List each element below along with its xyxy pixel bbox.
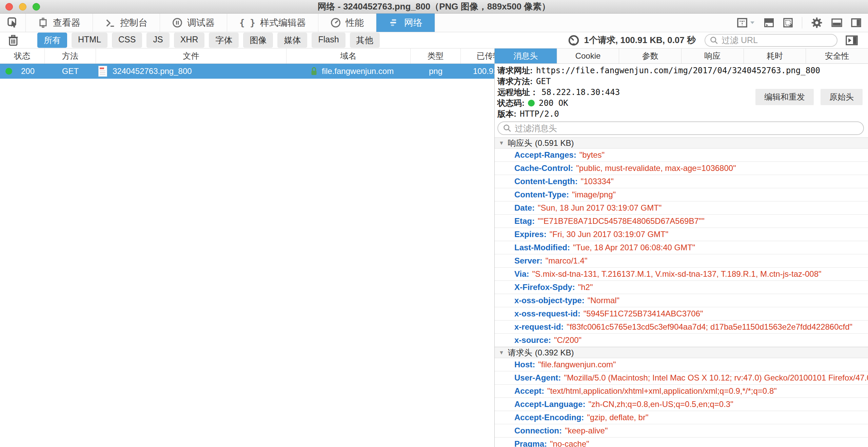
filter-pill[interactable]: 所有 [37,33,67,48]
header-value: "no-cache" [550,439,589,447]
clear-requests-button[interactable] [5,35,21,46]
header-row: Connection "keep-alive" [495,424,868,438]
panel-tab[interactable]: 安全性 [806,48,868,63]
header-value: "keep-alive" [565,426,608,435]
header-value: "bytes" [579,150,605,160]
header-value: "h2" [578,283,593,292]
zoom-button[interactable] [33,3,40,11]
file-thumbnail [98,66,107,77]
filter-pill[interactable]: HTML [72,33,107,48]
column-header[interactable]: 状态 [0,48,45,63]
response-headers-section[interactable]: ▼ 响应头 (0.591 KB) [495,137,868,149]
panel-tab[interactable]: 响应 [682,48,744,63]
summary-label: 远程地址： [497,87,538,98]
header-name: User-Agent [514,373,561,383]
header-name: Content-Length [514,177,578,186]
frame-select-button[interactable] [737,18,755,28]
summary-value: 58.222.18.30:443 [541,88,620,97]
header-name: Via [514,269,529,279]
summary-row: 请求方法: GET [497,76,868,87]
header-value: "image/png" [572,190,616,199]
summary-value: GET [536,77,551,86]
raw-headers-button[interactable]: 原始头 [821,89,863,105]
header-name: Content-Type [514,190,569,199]
dock-bottom-button[interactable] [831,18,842,27]
header-row: x-source "C/200" [495,334,868,347]
row-file-cell: 3240452763.png_800 [96,64,287,79]
header-name: Pragma [514,439,547,447]
header-value: "103334" [581,177,614,186]
column-header[interactable]: 类型 [411,48,461,63]
tab-console[interactable]: 控制台 [93,14,160,32]
titlebar: 网络 - 3240452763.png_800（PNG 图像，889x500 像… [0,0,868,14]
headers-filter-input[interactable] [515,123,858,133]
header-row: x-oss-request-id "5945F11C725B73414ABC37… [495,307,868,320]
expand-panel-button[interactable] [846,35,858,45]
dock-side-button[interactable] [851,18,861,27]
devtools-toolbar: 查看器 控制台 调试器 { } 样式编辑器 性能 网络 [0,14,868,32]
section-size: (0.591 KB) [535,138,574,148]
tab-label: 控制台 [120,17,147,29]
header-name: Server [514,256,542,266]
section-size: (0.392 KB) [535,348,574,357]
type-filters: 所有HTMLCSSJSXHR字体图像媒体Flash其他 [37,33,380,48]
summary-row: 版本: HTTP/2.0 [497,109,868,119]
request-row[interactable]: 200 GET 3240452763.png_800 file.fangwenj… [0,64,494,79]
toolbar-right-buttons [737,14,868,32]
summary-value: https://file.fangwenjun.com/img/2017/04/… [536,66,820,75]
filter-pill[interactable]: Flash [312,33,345,48]
header-value: "S.mix-sd-tna-131, T.216137.M.1, V.mix-s… [532,269,822,279]
minimize-button[interactable] [19,3,26,11]
settings-gear-button[interactable] [811,17,823,28]
filter-pill[interactable]: 字体 [209,33,239,48]
url-filter-input[interactable] [722,35,832,45]
tab-inspector[interactable]: 查看器 [26,14,93,32]
url-filter-box[interactable] [705,34,837,47]
column-header[interactable]: 方法 [45,48,96,63]
element-picker-button[interactable] [0,14,26,32]
filter-pill[interactable]: 图像 [243,33,273,48]
panel-tab[interactable]: Cookie [557,48,619,63]
header-name: Expires [514,230,547,239]
header-value: "file.fangwenjun.com" [538,360,616,369]
filter-pill[interactable]: 媒体 [277,33,307,48]
header-value: "text/html,application/xhtml+xml,applica… [547,386,777,396]
close-button[interactable] [5,3,13,11]
column-header[interactable]: 域名 [287,48,411,63]
headers-filter-box[interactable] [497,121,864,135]
split-console-button[interactable] [764,18,774,28]
requests-table-header: 状态方法文件域名类型已传输 [0,48,494,64]
tab-network[interactable]: 网络 [376,14,435,32]
details-panel: 消息头Cookie参数响应耗时安全性 请求网址: https://file.fa… [494,48,868,447]
responsive-mode-button[interactable] [783,18,793,28]
header-row: User-Agent "Mozilla/5.0 (Macintosh; Inte… [495,371,868,385]
header-name: x-oss-object-type [514,296,585,305]
edit-resend-button[interactable]: 编辑和重发 [755,89,814,105]
panel-tab[interactable]: 消息头 [495,48,557,63]
header-name: Date [514,203,535,213]
header-name: Accept-Encoding [514,413,584,422]
column-header[interactable]: 文件 [96,48,287,63]
filter-pill[interactable]: 其他 [350,33,380,48]
panel-tab[interactable]: 耗时 [744,48,806,63]
panel-tab[interactable]: 参数 [619,48,682,63]
request-headers-section[interactable]: ▼ 请求头 (0.392 KB) [495,347,868,358]
tab-label: 查看器 [53,17,80,29]
tab-debugger[interactable]: 调试器 [160,14,227,32]
header-value: "Mozilla/5.0 (Macintosh; Intel Mac OS X … [564,373,868,383]
requests-pane: 状态方法文件域名类型已传输 200 GET 3240452763.png_800… [0,48,494,447]
filter-pill[interactable]: XHR [174,33,205,48]
header-value: "f83fc0061c5765e13cd5c3ef904aa7d4; d17ba… [567,322,852,332]
row-type: png [429,66,442,76]
header-name: Accept-Language [514,400,585,409]
header-row: Accept-Language "zh-CN,zh;q=0.8,en-US;q=… [495,398,868,411]
header-value: "C/200" [554,335,581,345]
filter-pill[interactable]: JS [146,33,169,48]
tab-performance[interactable]: 性能 [318,14,376,32]
header-action-buttons: 编辑和重发 原始头 [755,89,863,105]
tab-style-editor[interactable]: { } 样式编辑器 [227,14,318,32]
filter-pill[interactable]: CSS [112,33,142,48]
header-row: Accept "text/html,application/xhtml+xml,… [495,385,868,398]
column-header[interactable]: 已传输 [461,48,494,63]
collapse-arrow-icon: ▼ [499,350,504,356]
